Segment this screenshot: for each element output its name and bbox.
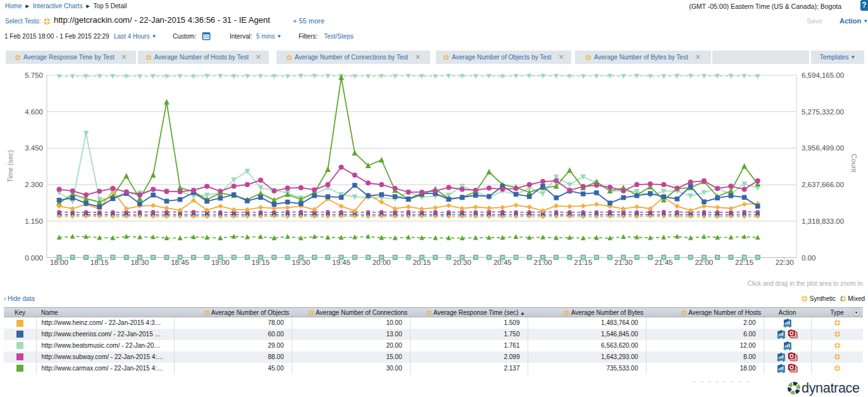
svg-text:22:15: 22:15 [735, 259, 753, 266]
svg-text:Time (sec): Time (sec) [6, 150, 14, 183]
svg-text:18:30: 18:30 [131, 259, 149, 266]
svg-text:20:00: 20:00 [373, 259, 391, 266]
svg-text:19:45: 19:45 [332, 259, 350, 266]
svg-text:0.00: 0.00 [802, 254, 815, 262]
svg-text:18:15: 18:15 [90, 259, 109, 266]
svg-text:0.000: 0.000 [25, 254, 43, 262]
svg-text:21:00: 21:00 [534, 259, 552, 266]
svg-text:19:15: 19:15 [252, 259, 270, 266]
svg-text:3,956,499.00: 3,956,499.00 [802, 144, 844, 152]
svg-text:18:45: 18:45 [171, 259, 189, 266]
svg-text:5.750: 5.750 [25, 71, 43, 79]
svg-text:18:00: 18:00 [50, 259, 68, 266]
svg-text:21:30: 21:30 [614, 259, 633, 266]
svg-text:20:30: 20:30 [453, 259, 471, 266]
svg-text:19:30: 19:30 [292, 259, 310, 266]
svg-text:20:45: 20:45 [493, 259, 512, 266]
svg-text:21:15: 21:15 [574, 259, 592, 266]
svg-text:3.450: 3.450 [25, 144, 43, 152]
svg-text:1,318,833.00: 1,318,833.00 [802, 217, 844, 225]
svg-text:dynatrace: dynatrace [802, 381, 860, 396]
svg-text:19:00: 19:00 [211, 259, 230, 266]
svg-text:21:45: 21:45 [655, 259, 673, 266]
svg-text:Count: Count [850, 154, 858, 172]
svg-text:6,594,165.00: 6,594,165.00 [802, 71, 844, 79]
svg-text:2,637,666.00: 2,637,666.00 [802, 181, 844, 188]
svg-text:2.300: 2.300 [25, 181, 43, 188]
svg-text:22:00: 22:00 [695, 259, 713, 266]
svg-text:20:15: 20:15 [412, 259, 431, 266]
svg-text:22:30: 22:30 [776, 259, 794, 266]
svg-text:4.600: 4.600 [25, 108, 43, 116]
svg-text:5,275,332.00: 5,275,332.00 [802, 108, 844, 116]
svg-text:1.150: 1.150 [25, 217, 43, 225]
